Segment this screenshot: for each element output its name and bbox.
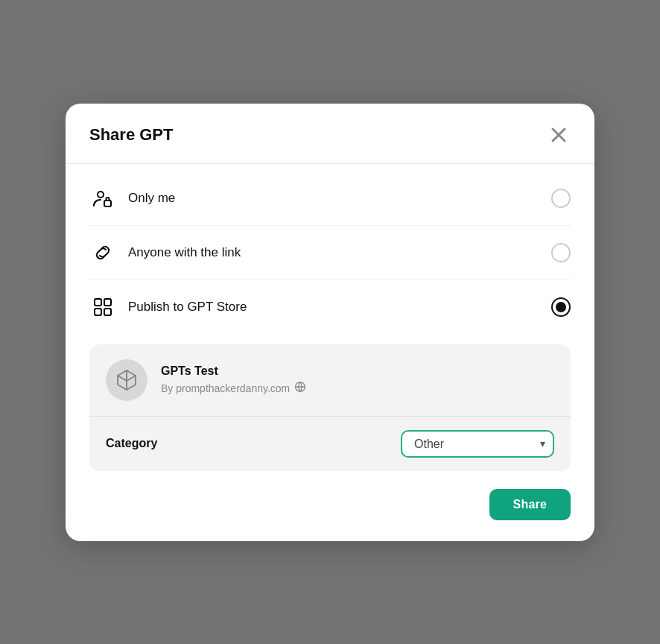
modal-footer: Share	[66, 489, 594, 541]
category-label: Category	[106, 437, 157, 450]
link-icon	[89, 239, 116, 266]
options-list: Only me Anyone with the link	[66, 164, 594, 341]
modal-header: Share GPT	[66, 104, 594, 163]
category-dropdown-wrap[interactable]: Other Writing Productivity Research & An…	[401, 430, 554, 458]
svg-rect-4	[95, 299, 101, 306]
gpt-card: GPTs Test By prompthackerdanny.com	[89, 344, 571, 416]
apps-icon	[89, 294, 116, 321]
person-lock-icon	[89, 185, 116, 212]
share-button[interactable]: Share	[489, 489, 571, 520]
option-publish-store[interactable]: Publish to GPT Store	[89, 280, 571, 334]
anyone-link-radio[interactable]	[551, 243, 571, 262]
option-only-me[interactable]: Only me	[89, 171, 571, 225]
only-me-radio[interactable]	[551, 189, 571, 208]
category-section: Category Other Writing Productivity Rese…	[89, 416, 571, 471]
publish-store-radio[interactable]	[551, 297, 571, 317]
gpt-name: GPTs Test	[161, 364, 306, 378]
svg-rect-7	[104, 309, 111, 315]
svg-rect-3	[104, 201, 111, 206]
share-gpt-modal: Share GPT Only me	[66, 104, 594, 541]
svg-point-2	[98, 192, 104, 198]
only-me-label: Only me	[128, 191, 175, 206]
gpt-author: By prompthackerdanny.com	[161, 381, 306, 395]
globe-icon	[294, 381, 306, 395]
close-icon	[547, 123, 571, 147]
svg-rect-6	[95, 309, 101, 315]
option-anyone-link[interactable]: Anyone with the link	[89, 225, 571, 280]
publish-store-label: Publish to GPT Store	[128, 300, 247, 315]
svg-rect-5	[104, 299, 111, 306]
category-select[interactable]: Other Writing Productivity Research & An…	[401, 430, 554, 458]
cube-icon	[115, 368, 139, 392]
anyone-link-label: Anyone with the link	[128, 245, 241, 260]
gpt-avatar	[106, 359, 147, 401]
modal-title: Share GPT	[89, 125, 173, 145]
close-button[interactable]	[547, 123, 571, 147]
radio-inner-dot	[556, 302, 566, 312]
